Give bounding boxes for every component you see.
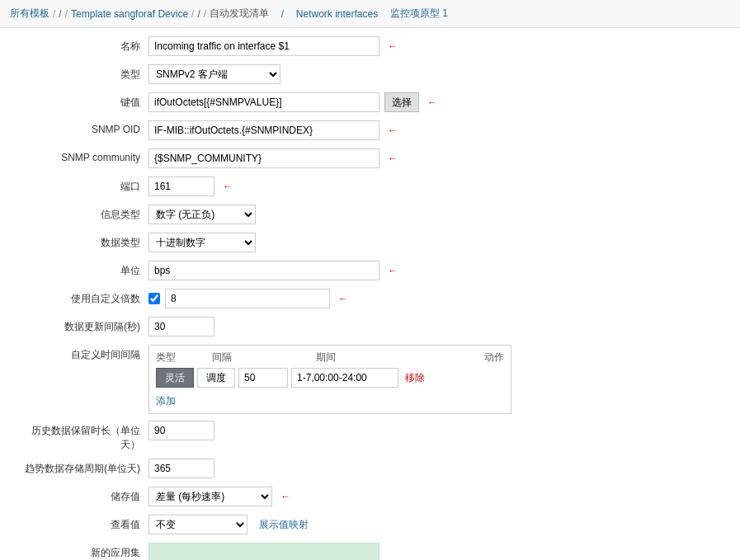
add-link[interactable]: 添加	[156, 394, 176, 408]
snmp-oid-row: SNMP OID ←	[16, 120, 724, 142]
info-type-label: 信息类型	[16, 205, 148, 222]
check-row: 查看值 不变 转换 展示值映射	[16, 515, 724, 536]
breadcrumb-discovery[interactable]: Template sangforaf Device	[71, 8, 188, 20]
new-app-set-row: 新的应用集	[16, 543, 724, 560]
type-row: 类型 SNMPv2 客户端 SNMPv1 客户端 SNMPv3 客户端	[16, 64, 724, 86]
custom-multi-group: ←	[148, 289, 348, 308]
port-row: 端口 ←	[16, 176, 724, 198]
history-row: 历史数据保留时长（单位天）	[16, 421, 724, 452]
key-label: 键值	[16, 92, 148, 110]
port-input[interactable]	[148, 176, 214, 196]
snmp-oid-label: SNMP OID	[16, 120, 148, 135]
name-label: 名称	[16, 36, 148, 54]
port-label: 端口	[16, 176, 148, 194]
col-period-header: 期间	[316, 351, 455, 365]
history-input[interactable]	[148, 421, 214, 440]
custom-multi-checkbox[interactable]	[148, 293, 160, 304]
col-action-header: 动作	[455, 351, 504, 365]
history-label: 历史数据保留时长（单位天）	[16, 421, 148, 452]
breadcrumb-all-templates[interactable]: 所有模板	[10, 7, 49, 21]
trend-label: 趋势数据存储周期(单位天)	[16, 459, 148, 476]
key-arrow: ←	[427, 96, 437, 108]
form-container: 名称 ← 类型 SNMPv2 客户端 SNMPv1 客户端 SNMPv3 客户端…	[0, 28, 740, 560]
unit-label: 单位	[16, 261, 148, 278]
custom-multi-label: 使用自定义倍数	[16, 289, 148, 306]
breadcrumb-network-interfaces[interactable]: /	[197, 8, 200, 20]
custom-multi-row: 使用自定义倍数 ←	[16, 289, 724, 310]
name-input[interactable]	[148, 36, 379, 56]
check-group: 不变 转换 展示值映射	[148, 515, 309, 534]
new-app-set-input[interactable]	[148, 543, 379, 560]
breadcrumb-trigger-type[interactable]: /	[281, 8, 284, 20]
name-row: 名称 ←	[16, 36, 724, 58]
snmp-oid-arrow: ←	[388, 125, 398, 136]
snmp-community-group: ←	[148, 148, 398, 168]
snmp-oid-group: ←	[148, 120, 398, 140]
store-select[interactable]: 差量 (每秒速率) 原始值 最大值 最小值 增量	[148, 487, 272, 506]
port-arrow: ←	[223, 181, 233, 192]
custom-time-table: 类型 间隔 期间 动作 灵活 调度 移除 添加	[148, 345, 511, 414]
key-select-btn[interactable]: 选择	[384, 92, 419, 112]
period-input[interactable]	[291, 368, 398, 388]
data-type-row: 数据类型 十进制数字 八进制数字 十六进制数字 布尔型	[16, 233, 724, 254]
schedule-btn[interactable]: 调度	[197, 368, 235, 388]
key-row: 键值 选择 ←	[16, 92, 724, 114]
breadcrumb-monitor-proto[interactable]: 自动发现清单	[210, 7, 269, 21]
custom-time-header: 类型 间隔 期间 动作	[156, 351, 504, 365]
custom-time-row-outer: 自定义时间间隔 类型 间隔 期间 动作 灵活 调度 移除 添加	[16, 345, 724, 414]
remove-link[interactable]: 移除	[405, 371, 425, 385]
store-arrow: ←	[280, 491, 290, 502]
check-select[interactable]: 不变 转换	[148, 515, 247, 534]
custom-multi-input[interactable]	[165, 289, 330, 308]
key-input[interactable]	[148, 92, 379, 112]
snmp-community-label: SNMP community	[16, 148, 148, 163]
store-group: 差量 (每秒速率) 原始值 最大值 最小值 增量 ←	[148, 487, 290, 506]
breadcrumb: 所有模板 / / / Template sangforaf Device / /…	[0, 0, 740, 28]
store-label: 储存值	[16, 487, 148, 504]
trend-input[interactable]	[148, 459, 214, 478]
key-group: 选择 ←	[148, 92, 437, 112]
snmp-oid-input[interactable]	[148, 120, 379, 140]
breadcrumb-host-template[interactable]: 监控项原型 1	[390, 7, 448, 21]
unit-group: ←	[148, 261, 398, 280]
update-interval-label: 数据更新间隔(秒)	[16, 317, 148, 334]
update-interval-row: 数据更新间隔(秒)	[16, 317, 724, 338]
custom-time-entry: 灵活 调度 移除	[156, 368, 504, 388]
new-app-set-label: 新的应用集	[16, 543, 148, 560]
data-type-select[interactable]: 十进制数字 八进制数字 十六进制数字 布尔型	[148, 233, 256, 252]
unit-row: 单位 ←	[16, 261, 724, 282]
custom-time-label: 自定义时间间隔	[16, 345, 148, 362]
store-row: 储存值 差量 (每秒速率) 原始值 最大值 最小值 增量 ←	[16, 487, 724, 508]
name-arrow: ←	[388, 40, 398, 52]
update-interval-input[interactable]	[148, 317, 214, 336]
snmp-community-input[interactable]	[148, 148, 379, 168]
col-type-header: 类型	[156, 351, 212, 365]
snmp-community-row: SNMP community ←	[16, 148, 724, 170]
check-label: 查看值	[16, 515, 148, 532]
trend-row: 趋势数据存储周期(单位天)	[16, 459, 724, 480]
snmp-community-arrow: ←	[388, 153, 398, 164]
breadcrumb-graph-proto[interactable]: Network interfaces	[296, 8, 378, 20]
flexible-btn[interactable]: 灵活	[156, 368, 194, 388]
unit-input[interactable]	[148, 261, 379, 280]
breadcrumb-template[interactable]: /	[59, 8, 61, 20]
type-select[interactable]: SNMPv2 客户端 SNMPv1 客户端 SNMPv3 客户端	[148, 64, 280, 84]
col-interval-header: 间隔	[212, 351, 317, 365]
data-type-label: 数据类型	[16, 233, 148, 250]
show-value-map-link[interactable]: 展示值映射	[259, 518, 309, 532]
unit-arrow: ←	[388, 265, 398, 276]
info-type-row: 信息类型 数字 (无正负) 数字 (正负) 字符串 文本 日志	[16, 205, 724, 226]
port-group: ←	[148, 176, 233, 196]
name-group: ←	[148, 36, 398, 56]
interval-input[interactable]	[238, 368, 288, 388]
type-label: 类型	[16, 64, 148, 82]
info-type-select[interactable]: 数字 (无正负) 数字 (正负) 字符串 文本 日志	[148, 205, 256, 224]
custom-multi-arrow: ←	[338, 293, 348, 304]
